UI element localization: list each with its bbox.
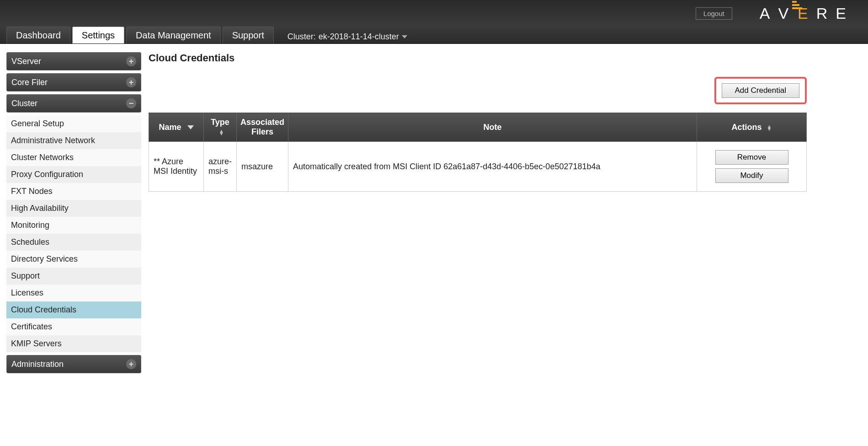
sidebar-item-kmip-servers[interactable]: KMIP Servers <box>6 335 141 352</box>
brand-logo: A V E R E <box>760 5 854 22</box>
sidebar-item-high-availability[interactable]: High Availability <box>6 200 141 217</box>
cluster-name: ek-2018-11-14-cluster <box>319 32 399 42</box>
logo-letter: A <box>760 5 778 22</box>
chevron-down-icon <box>402 35 407 38</box>
sidebar-item-cloud-credentials[interactable]: Cloud Credentials <box>6 301 141 318</box>
cell-filers: msazure <box>237 142 288 192</box>
sidebar-section-label: VServer <box>11 57 41 66</box>
sort-icon: ▲▼ <box>219 129 224 135</box>
sidebar-section-label: Administration <box>11 360 64 369</box>
sidebar-section-cluster[interactable]: Cluster − <box>6 94 141 113</box>
sidebar-item-cluster-networks[interactable]: Cluster Networks <box>6 149 141 166</box>
sidebar-cluster-items: General Setup Administrative Network Clu… <box>6 115 141 352</box>
col-label: Name <box>159 123 181 132</box>
logout-button[interactable]: Logout <box>696 7 732 20</box>
sidebar-section-vserver[interactable]: VServer + <box>6 52 141 70</box>
sidebar-item-licenses[interactable]: Licenses <box>6 285 141 301</box>
cluster-selector[interactable]: Cluster: ek-2018-11-14-cluster <box>276 27 414 43</box>
logo-letter: E <box>836 5 854 22</box>
add-credential-highlight: Add Credential <box>714 77 807 104</box>
sidebar-item-schedules[interactable]: Schedules <box>6 234 141 251</box>
plus-icon: + <box>126 77 136 87</box>
sidebar-item-administrative-network[interactable]: Administrative Network <box>6 132 141 149</box>
page-title: Cloud Credentials <box>149 52 807 64</box>
cell-note: Automatically created from MSI Client ID… <box>288 142 697 192</box>
sidebar-item-fxt-nodes[interactable]: FXT Nodes <box>6 183 141 200</box>
sidebar-section-administration[interactable]: Administration + <box>6 355 141 373</box>
cell-actions: Remove Modify <box>697 142 807 192</box>
minus-icon: − <box>126 98 136 108</box>
cluster-prefix: Cluster: <box>288 32 316 42</box>
credentials-table: Name Type ▲▼ Associated Filers Note Act <box>149 113 807 192</box>
remove-button[interactable]: Remove <box>715 150 788 165</box>
settings-sidebar: VServer + Core Filer + Cluster − General… <box>6 52 141 376</box>
sort-icon: ▲▼ <box>767 125 772 130</box>
sidebar-section-label: Cluster <box>11 99 37 108</box>
col-actions[interactable]: Actions ▲▼ <box>697 113 807 142</box>
sidebar-item-general-setup[interactable]: General Setup <box>6 115 141 132</box>
col-label: Associated Filers <box>240 118 284 136</box>
tab-data-management[interactable]: Data Management <box>126 27 221 43</box>
col-label: Actions <box>732 123 762 132</box>
sidebar-section-label: Core Filer <box>11 78 48 87</box>
main-nav: Dashboard Settings Data Management Suppo… <box>0 27 868 44</box>
add-credential-button[interactable]: Add Credential <box>722 83 799 98</box>
col-note[interactable]: Note <box>288 113 697 142</box>
col-label: Note <box>484 123 502 132</box>
col-associated-filers[interactable]: Associated Filers <box>237 113 288 142</box>
logo-letter: R <box>816 5 836 22</box>
logo-bars-icon <box>792 1 802 9</box>
col-type[interactable]: Type ▲▼ <box>204 113 237 142</box>
sidebar-item-monitoring[interactable]: Monitoring <box>6 217 141 234</box>
cell-type: azure-msi-s <box>204 142 237 192</box>
cell-name: ** Azure MSI Identity <box>149 142 204 192</box>
sidebar-item-directory-services[interactable]: Directory Services <box>6 251 141 268</box>
col-label: Type <box>211 118 229 127</box>
tab-support[interactable]: Support <box>223 27 274 43</box>
plus-icon: + <box>126 56 136 66</box>
sidebar-item-certificates[interactable]: Certificates <box>6 318 141 335</box>
tab-dashboard[interactable]: Dashboard <box>6 27 70 43</box>
sidebar-item-support[interactable]: Support <box>6 268 141 285</box>
tab-settings[interactable]: Settings <box>72 27 124 43</box>
sort-desc-icon <box>187 125 194 129</box>
modify-button[interactable]: Modify <box>715 168 788 183</box>
sidebar-section-core-filer[interactable]: Core Filer + <box>6 73 141 91</box>
table-row: ** Azure MSI Identity azure-msi-s msazur… <box>149 142 807 192</box>
plus-icon: + <box>126 359 136 369</box>
sidebar-item-proxy-configuration[interactable]: Proxy Configuration <box>6 166 141 183</box>
col-name[interactable]: Name <box>149 113 204 142</box>
